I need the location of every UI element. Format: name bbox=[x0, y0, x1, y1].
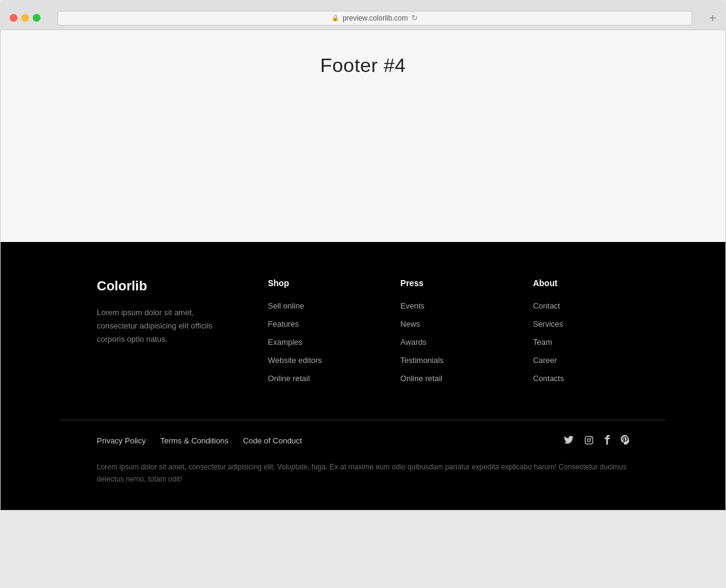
shop-links-list: Sell online Features Examples Website ed… bbox=[268, 300, 364, 384]
maximize-button[interactable] bbox=[33, 14, 41, 22]
footer-copyright: Lorem ipsum dolor sit amet, consectetur … bbox=[60, 461, 666, 510]
list-item: Website editors bbox=[268, 354, 364, 365]
press-column-title: Press bbox=[401, 278, 497, 288]
footer: Colorlib Lorem ipsum dolor sit amet, con… bbox=[1, 242, 725, 510]
footer-main: Colorlib Lorem ipsum dolor sit amet, con… bbox=[60, 278, 666, 420]
page-title: Footer #4 bbox=[320, 54, 405, 77]
list-item: Sell online bbox=[268, 300, 364, 311]
list-item: Awards bbox=[401, 336, 497, 347]
examples-link[interactable]: Examples bbox=[268, 338, 302, 347]
team-link[interactable]: Team bbox=[533, 338, 552, 347]
list-item: Online retail bbox=[401, 373, 497, 384]
lock-icon: 🔒 bbox=[332, 15, 339, 21]
copyright-text: Lorem ipsum dolor sit amet, consectetur … bbox=[97, 461, 629, 486]
list-item: Career bbox=[533, 354, 629, 365]
sell-online-link[interactable]: Sell online bbox=[268, 301, 304, 310]
news-link[interactable]: News bbox=[401, 319, 420, 328]
contact-link[interactable]: Contact bbox=[533, 301, 560, 310]
svg-point-2 bbox=[591, 437, 592, 438]
shop-column-title: Shop bbox=[268, 278, 364, 288]
footer-shop-column: Shop Sell online Features Examples Websi… bbox=[268, 278, 364, 384]
list-item: Features bbox=[268, 318, 364, 329]
list-item: News bbox=[401, 318, 497, 329]
code-of-conduct-link[interactable]: Code of Conduct bbox=[243, 436, 302, 445]
online-retail-link[interactable]: Online retail bbox=[268, 374, 310, 383]
awards-link[interactable]: Awards bbox=[401, 338, 427, 347]
events-link[interactable]: Events bbox=[401, 301, 425, 310]
address-bar[interactable]: 🔒 preview.colorlib.com ↻ bbox=[57, 11, 692, 25]
services-link[interactable]: Services bbox=[533, 319, 563, 328]
svg-point-1 bbox=[587, 439, 590, 442]
url-text: preview.colorlib.com bbox=[342, 14, 408, 22]
list-item: Contact bbox=[533, 300, 629, 311]
pinterest-icon[interactable] bbox=[621, 435, 629, 446]
instagram-icon[interactable] bbox=[584, 436, 594, 446]
facebook-icon[interactable] bbox=[604, 435, 610, 446]
press-online-retail-link[interactable]: Online retail bbox=[401, 374, 442, 383]
career-link[interactable]: Career bbox=[533, 356, 557, 365]
list-item: Contacts bbox=[533, 373, 629, 384]
page-content-area: Footer #4 bbox=[1, 30, 725, 242]
about-column-title: About bbox=[533, 278, 629, 288]
browser-window: Footer #4 Colorlib Lorem ipsum dolor sit… bbox=[0, 30, 726, 511]
contacts-link[interactable]: Contacts bbox=[533, 374, 564, 383]
traffic-lights bbox=[10, 14, 41, 22]
brand-name: Colorlib bbox=[97, 278, 232, 294]
features-link[interactable]: Features bbox=[268, 319, 299, 328]
refresh-button[interactable]: ↻ bbox=[411, 13, 418, 22]
brand-description: Lorem ipsum dolor sit amet, consectetur … bbox=[97, 306, 232, 346]
footer-bottom: Privacy Policy Terms & Conditions Code o… bbox=[60, 420, 666, 461]
close-button[interactable] bbox=[10, 14, 18, 22]
svg-rect-0 bbox=[585, 436, 593, 444]
list-item: Events bbox=[401, 300, 497, 311]
list-item: Testimonials bbox=[401, 354, 497, 365]
list-item: Services bbox=[533, 318, 629, 329]
browser-chrome: 🔒 preview.colorlib.com ↻ + bbox=[0, 0, 726, 30]
footer-about-column: About Contact Services Team Career Conta… bbox=[533, 278, 629, 384]
footer-brand-column: Colorlib Lorem ipsum dolor sit amet, con… bbox=[97, 278, 232, 384]
press-links-list: Events News Awards Testimonials Online r… bbox=[401, 300, 497, 384]
list-item: Online retail bbox=[268, 373, 364, 384]
footer-legal-links: Privacy Policy Terms & Conditions Code o… bbox=[97, 436, 302, 445]
minimize-button[interactable] bbox=[21, 14, 29, 22]
list-item: Examples bbox=[268, 336, 364, 347]
list-item: Team bbox=[533, 336, 629, 347]
terms-conditions-link[interactable]: Terms & Conditions bbox=[160, 436, 229, 445]
about-links-list: Contact Services Team Career Contacts bbox=[533, 300, 629, 384]
privacy-policy-link[interactable]: Privacy Policy bbox=[97, 436, 146, 445]
testimonials-link[interactable]: Testimonials bbox=[401, 356, 444, 365]
twitter-icon[interactable] bbox=[564, 436, 574, 446]
website-editors-link[interactable]: Website editors bbox=[268, 356, 322, 365]
new-tab-button[interactable]: + bbox=[709, 12, 716, 24]
footer-social-links bbox=[564, 435, 629, 446]
footer-press-column: Press Events News Awards Testimonials On… bbox=[401, 278, 497, 384]
